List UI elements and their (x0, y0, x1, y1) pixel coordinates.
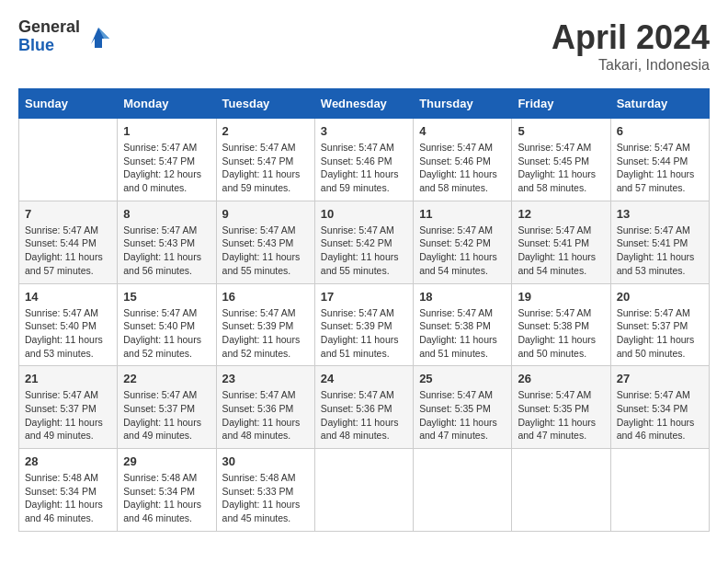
calendar-cell: 22Sunrise: 5:47 AM Sunset: 5:37 PM Dayli… (118, 366, 216, 449)
calendar-cell (414, 449, 512, 532)
week-row-3: 14Sunrise: 5:47 AM Sunset: 5:40 PM Dayli… (19, 283, 710, 366)
week-row-4: 21Sunrise: 5:47 AM Sunset: 5:37 PM Dayli… (19, 366, 710, 449)
day-number: 12 (518, 207, 604, 221)
week-row-5: 28Sunrise: 5:48 AM Sunset: 5:34 PM Dayli… (19, 449, 710, 532)
day-number: 7 (25, 207, 111, 221)
day-number: 9 (222, 207, 309, 221)
day-info: Sunrise: 5:47 AM Sunset: 5:44 PM Dayligh… (617, 141, 703, 195)
calendar-cell: 9Sunrise: 5:47 AM Sunset: 5:43 PM Daylig… (216, 201, 314, 283)
title-section: April 2024 Takari, Indonesia (552, 18, 710, 74)
day-info: Sunrise: 5:47 AM Sunset: 5:40 PM Dayligh… (25, 306, 111, 361)
day-info: Sunrise: 5:47 AM Sunset: 5:39 PM Dayligh… (222, 306, 309, 361)
day-number: 20 (617, 290, 703, 304)
page-header: General Blue April 2024 Takari, Indonesi… (18, 18, 710, 74)
day-number: 6 (617, 124, 703, 138)
calendar-cell: 19Sunrise: 5:47 AM Sunset: 5:38 PM Dayli… (512, 283, 610, 366)
calendar-cell (610, 449, 709, 532)
day-number: 11 (419, 207, 506, 221)
day-number: 16 (222, 290, 309, 304)
day-info: Sunrise: 5:47 AM Sunset: 5:37 PM Dayligh… (617, 306, 703, 361)
calendar-cell: 23Sunrise: 5:47 AM Sunset: 5:36 PM Dayli… (216, 366, 314, 449)
day-info: Sunrise: 5:47 AM Sunset: 5:36 PM Dayligh… (321, 388, 407, 442)
day-number: 30 (222, 454, 309, 468)
day-number: 22 (123, 372, 210, 385)
day-info: Sunrise: 5:47 AM Sunset: 5:40 PM Dayligh… (123, 306, 210, 361)
day-number: 10 (321, 207, 407, 221)
day-number: 17 (321, 290, 407, 304)
calendar-cell: 11Sunrise: 5:47 AM Sunset: 5:42 PM Dayli… (414, 201, 512, 283)
location: Takari, Indonesia (552, 57, 710, 74)
calendar-cell: 4Sunrise: 5:47 AM Sunset: 5:46 PM Daylig… (414, 119, 512, 201)
day-number: 26 (518, 372, 604, 385)
day-info: Sunrise: 5:47 AM Sunset: 5:37 PM Dayligh… (25, 388, 111, 442)
logo: General Blue (18, 18, 113, 55)
day-info: Sunrise: 5:47 AM Sunset: 5:43 PM Dayligh… (123, 224, 210, 278)
header-wednesday: Wednesday (314, 89, 413, 119)
day-number: 24 (321, 372, 407, 385)
day-info: Sunrise: 5:47 AM Sunset: 5:44 PM Dayligh… (25, 224, 111, 278)
day-number: 1 (123, 124, 210, 138)
calendar-cell: 3Sunrise: 5:47 AM Sunset: 5:46 PM Daylig… (314, 119, 413, 201)
day-number: 27 (617, 372, 703, 385)
calendar-cell: 25Sunrise: 5:47 AM Sunset: 5:35 PM Dayli… (414, 366, 512, 449)
day-info: Sunrise: 5:47 AM Sunset: 5:47 PM Dayligh… (222, 141, 309, 195)
month-title: April 2024 (552, 18, 710, 57)
calendar-cell: 17Sunrise: 5:47 AM Sunset: 5:39 PM Dayli… (314, 283, 413, 366)
calendar-cell: 29Sunrise: 5:48 AM Sunset: 5:34 PM Dayli… (118, 449, 216, 532)
day-info: Sunrise: 5:47 AM Sunset: 5:37 PM Dayligh… (123, 388, 210, 442)
day-number: 15 (123, 290, 210, 304)
logo-general-text: General (18, 18, 80, 37)
day-info: Sunrise: 5:47 AM Sunset: 5:41 PM Dayligh… (617, 224, 703, 278)
day-info: Sunrise: 5:47 AM Sunset: 5:43 PM Dayligh… (222, 224, 309, 278)
header-monday: Monday (118, 89, 216, 119)
calendar-cell: 24Sunrise: 5:47 AM Sunset: 5:36 PM Dayli… (314, 366, 413, 449)
day-info: Sunrise: 5:47 AM Sunset: 5:38 PM Dayligh… (518, 306, 604, 361)
calendar-cell: 10Sunrise: 5:47 AM Sunset: 5:42 PM Dayli… (314, 201, 413, 283)
calendar-cell: 8Sunrise: 5:47 AM Sunset: 5:43 PM Daylig… (118, 201, 216, 283)
calendar-cell: 12Sunrise: 5:47 AM Sunset: 5:41 PM Dayli… (512, 201, 610, 283)
day-info: Sunrise: 5:47 AM Sunset: 5:42 PM Dayligh… (321, 224, 407, 278)
header-thursday: Thursday (414, 89, 512, 119)
calendar-cell: 30Sunrise: 5:48 AM Sunset: 5:33 PM Dayli… (216, 449, 314, 532)
calendar-cell: 21Sunrise: 5:47 AM Sunset: 5:37 PM Dayli… (19, 366, 118, 449)
day-number: 14 (25, 290, 111, 304)
calendar-cell: 1Sunrise: 5:47 AM Sunset: 5:47 PM Daylig… (118, 119, 216, 201)
day-info: Sunrise: 5:47 AM Sunset: 5:46 PM Dayligh… (419, 141, 506, 195)
header-saturday: Saturday (610, 89, 709, 119)
day-number: 28 (25, 454, 111, 468)
day-number: 2 (222, 124, 309, 138)
logo-blue-text: Blue (18, 37, 80, 55)
calendar-table: Sunday Monday Tuesday Wednesday Thursday… (18, 88, 710, 532)
day-info: Sunrise: 5:47 AM Sunset: 5:47 PM Dayligh… (123, 141, 210, 195)
calendar-cell: 28Sunrise: 5:48 AM Sunset: 5:34 PM Dayli… (19, 449, 118, 532)
logo-icon (84, 22, 113, 52)
calendar-cell: 7Sunrise: 5:47 AM Sunset: 5:44 PM Daylig… (19, 201, 118, 283)
day-number: 18 (419, 290, 506, 304)
day-info: Sunrise: 5:47 AM Sunset: 5:42 PM Dayligh… (419, 224, 506, 278)
week-row-1: 1Sunrise: 5:47 AM Sunset: 5:47 PM Daylig… (19, 119, 710, 201)
day-info: Sunrise: 5:47 AM Sunset: 5:46 PM Dayligh… (321, 141, 407, 195)
calendar-cell: 27Sunrise: 5:47 AM Sunset: 5:34 PM Dayli… (610, 366, 709, 449)
calendar-cell: 26Sunrise: 5:47 AM Sunset: 5:35 PM Dayli… (512, 366, 610, 449)
calendar-cell: 2Sunrise: 5:47 AM Sunset: 5:47 PM Daylig… (216, 119, 314, 201)
day-number: 13 (617, 207, 703, 221)
day-info: Sunrise: 5:47 AM Sunset: 5:35 PM Dayligh… (518, 388, 604, 442)
day-info: Sunrise: 5:47 AM Sunset: 5:38 PM Dayligh… (419, 306, 506, 361)
calendar-cell: 13Sunrise: 5:47 AM Sunset: 5:41 PM Dayli… (610, 201, 709, 283)
day-number: 3 (321, 124, 407, 138)
calendar-cell: 5Sunrise: 5:47 AM Sunset: 5:45 PM Daylig… (512, 119, 610, 201)
calendar-cell: 20Sunrise: 5:47 AM Sunset: 5:37 PM Dayli… (610, 283, 709, 366)
calendar-cell: 15Sunrise: 5:47 AM Sunset: 5:40 PM Dayli… (118, 283, 216, 366)
day-info: Sunrise: 5:47 AM Sunset: 5:45 PM Dayligh… (518, 141, 604, 195)
day-number: 21 (25, 372, 111, 385)
calendar-cell (314, 449, 413, 532)
calendar-cell: 18Sunrise: 5:47 AM Sunset: 5:38 PM Dayli… (414, 283, 512, 366)
header-sunday: Sunday (19, 89, 118, 119)
day-info: Sunrise: 5:47 AM Sunset: 5:39 PM Dayligh… (321, 306, 407, 361)
day-info: Sunrise: 5:47 AM Sunset: 5:36 PM Dayligh… (222, 388, 309, 442)
calendar-cell: 16Sunrise: 5:47 AM Sunset: 5:39 PM Dayli… (216, 283, 314, 366)
calendar-cell: 14Sunrise: 5:47 AM Sunset: 5:40 PM Dayli… (19, 283, 118, 366)
day-info: Sunrise: 5:48 AM Sunset: 5:34 PM Dayligh… (25, 471, 111, 525)
day-number: 23 (222, 372, 309, 385)
header-friday: Friday (512, 89, 610, 119)
